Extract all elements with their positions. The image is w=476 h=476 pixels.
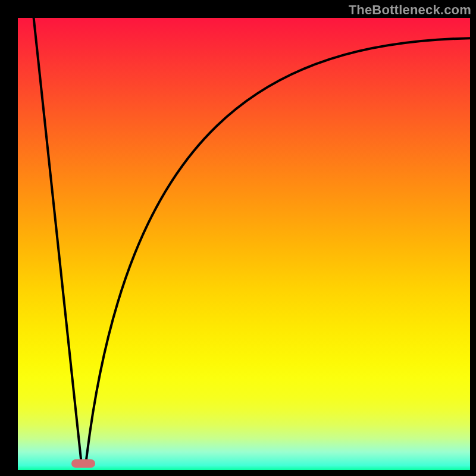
frame: TheBottleneck.com (0, 0, 476, 476)
watermark: TheBottleneck.com (349, 2, 471, 18)
left-branch-line (34, 18, 82, 461)
curve-overlay (0, 0, 476, 476)
right-branch-curve (86, 38, 470, 461)
minimum-marker (71, 459, 95, 468)
